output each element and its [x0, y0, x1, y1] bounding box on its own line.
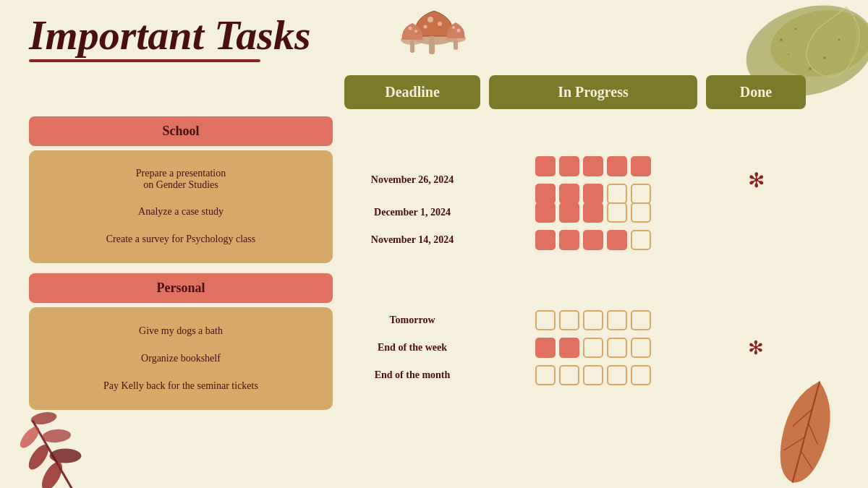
svg-point-18: [452, 26, 455, 29]
school-deadline-2: December 1, 2024: [344, 199, 480, 226]
cb[interactable]: [535, 156, 556, 176]
personal-task3-progress: [535, 365, 651, 385]
svg-rect-20: [454, 38, 458, 50]
school-task-1: Prepare a presentation on Gender Studies: [36, 160, 326, 198]
personal-tasks-group: Give my dogs a bath Organize bookshelf P…: [29, 307, 333, 410]
cb[interactable]: [535, 338, 556, 358]
svg-point-23: [49, 448, 81, 463]
school-done-star: ✻: [748, 168, 765, 192]
personal-category-header: Personal: [29, 273, 333, 303]
cb[interactable]: [607, 310, 627, 330]
cb[interactable]: [559, 365, 579, 385]
personal-task-1: Give my dogs a bath: [36, 317, 326, 345]
cb[interactable]: [535, 184, 556, 204]
personal-deadlines: Tomorrow End of the week End of the mont…: [340, 307, 485, 389]
school-task3-progress: [535, 230, 651, 250]
personal-deadline-2: End of the week: [344, 334, 480, 361]
cb[interactable]: [631, 156, 651, 176]
cb[interactable]: [559, 202, 579, 223]
cb[interactable]: [583, 156, 603, 176]
school-tasks-column: School Prepare a presentation on Gender …: [29, 116, 340, 273]
school-category-header: School: [29, 116, 333, 146]
page: Important Tasks Deadline In Progress Don…: [0, 0, 868, 488]
cb[interactable]: [631, 202, 651, 223]
cb[interactable]: [607, 184, 627, 204]
cb[interactable]: [607, 365, 627, 385]
cb[interactable]: [535, 310, 556, 330]
personal-task1-progress: [535, 310, 651, 330]
cb[interactable]: [559, 310, 579, 330]
personal-task-2: Organize bookshelf: [36, 345, 326, 372]
svg-point-11: [424, 25, 427, 29]
svg-point-19: [457, 29, 461, 33]
school-deadline-3: November 14, 2024: [344, 226, 480, 254]
cb[interactable]: [631, 230, 651, 250]
cb[interactable]: [631, 365, 651, 385]
personal-progress: [485, 307, 702, 389]
school-tasks-group: Prepare a presentation on Gender Studies…: [29, 150, 333, 263]
title-underline: [29, 59, 260, 62]
personal-task-3: Pay Kelly back for the seminar tickets: [36, 372, 326, 400]
cb[interactable]: [631, 184, 651, 204]
cb[interactable]: [607, 338, 627, 358]
cb[interactable]: [535, 365, 556, 385]
cb[interactable]: [535, 230, 556, 250]
school-task1-progress-row1: [489, 156, 697, 176]
deadline-column-header: Deadline: [344, 75, 480, 109]
cb[interactable]: [559, 156, 579, 176]
svg-point-9: [427, 17, 433, 22]
progress-column-header: In Progress: [489, 75, 697, 109]
school-task1-progress-row2: [489, 184, 697, 204]
cb[interactable]: [607, 156, 627, 176]
deco-mushroom: [391, 0, 477, 68]
svg-point-15: [414, 30, 417, 33]
svg-point-10: [438, 22, 442, 26]
school-task-2: Analyze a case study: [36, 198, 326, 226]
cb[interactable]: [583, 202, 603, 223]
cb[interactable]: [583, 230, 603, 250]
personal-done: ✻: [702, 307, 810, 389]
svg-rect-16: [410, 40, 414, 53]
cb[interactable]: [631, 310, 651, 330]
cb[interactable]: [631, 338, 651, 358]
cb[interactable]: [583, 338, 603, 358]
personal-done-star: ✻: [748, 337, 764, 359]
cb[interactable]: [583, 310, 603, 330]
school-done: ✻: [702, 161, 810, 254]
cb[interactable]: [607, 202, 627, 223]
school-task2-progress: [535, 202, 651, 223]
school-deadlines: November 26, 2024 December 1, 2024 Novem…: [340, 161, 485, 254]
cb[interactable]: [559, 184, 579, 204]
done-column-header: Done: [706, 75, 806, 109]
cb[interactable]: [583, 365, 603, 385]
personal-deadline-3: End of the month: [344, 361, 480, 389]
cb[interactable]: [607, 230, 627, 250]
cb[interactable]: [559, 338, 579, 358]
school-deadline-1: November 26, 2024: [344, 161, 480, 199]
personal-task2-progress: [535, 338, 651, 358]
svg-rect-12: [429, 36, 435, 54]
personal-tasks-column: Personal Give my dogs a bath Organize bo…: [29, 273, 340, 420]
cb[interactable]: [583, 184, 603, 204]
cb[interactable]: [535, 202, 556, 223]
svg-point-14: [409, 27, 412, 30]
main-grid: Deadline In Progress Done School Prepare…: [29, 75, 839, 420]
school-task-3: Create a survey for Psychology class: [36, 226, 326, 253]
school-progress: [485, 161, 702, 254]
personal-deadline-1: Tomorrow: [344, 307, 480, 334]
cb[interactable]: [559, 230, 579, 250]
